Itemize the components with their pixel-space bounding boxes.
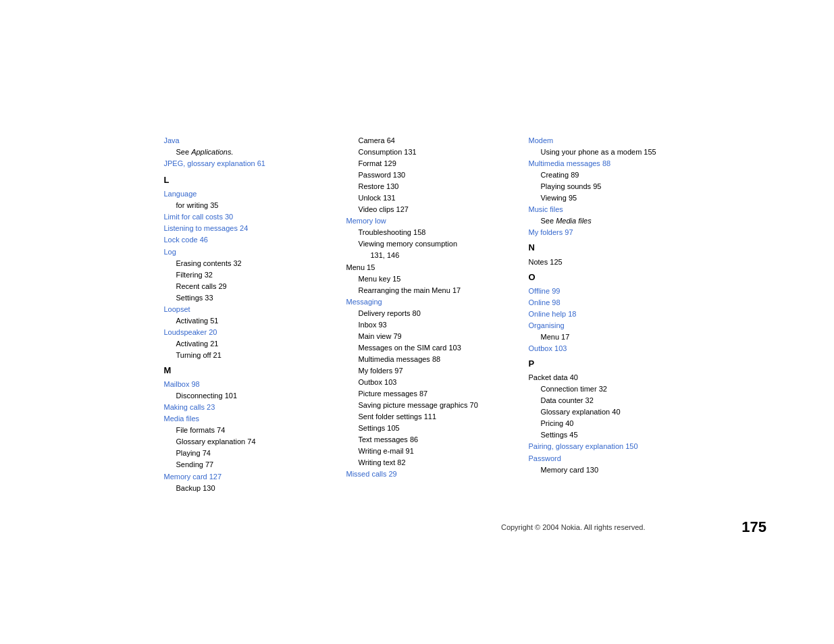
mailbox-link[interactable]: Mailbox 98 — [164, 379, 306, 390]
page-number: 175 — [741, 518, 766, 536]
media-files-sending: Sending 77 — [164, 459, 306, 471]
multimedia-creating: Creating 89 — [529, 169, 671, 181]
letter-m: M — [164, 364, 306, 377]
my-folders-link[interactable]: My folders 97 — [529, 227, 671, 238]
letter-l: L — [164, 173, 306, 187]
pairing-link[interactable]: Pairing, glossary explanation 150 — [529, 441, 671, 452]
messaging-link[interactable]: Messaging — [346, 296, 488, 308]
memory-video-clips: Video clips 127 — [346, 204, 488, 215]
music-files-see: See Media files — [529, 215, 671, 227]
online-link[interactable]: Online 98 — [529, 297, 671, 308]
memory-card-backup: Backup 130 — [164, 483, 306, 494]
copyright-text: Copyright © 2004 Nokia. All rights reser… — [405, 523, 741, 531]
letter-p: P — [529, 357, 671, 371]
footer: Copyright © 2004 Nokia. All rights reser… — [0, 518, 834, 536]
memory-low-troubleshooting: Troubleshooting 158 — [346, 227, 488, 238]
menu-plain: Menu 15 — [346, 262, 488, 273]
messaging-inbox: Inbox 93 — [346, 319, 488, 331]
column-middle: Camera 64 Consumption 131 Format 129 Pas… — [346, 135, 488, 480]
messaging-main-view: Main view 79 — [346, 331, 488, 342]
memory-low-page-numbers: 131, 146 — [346, 250, 488, 261]
offline-link[interactable]: Offline 99 — [529, 286, 671, 297]
jpeg-link[interactable]: JPEG, glossary explanation 61 — [164, 158, 306, 169]
missed-calls-link[interactable]: Missed calls 29 — [346, 468, 488, 480]
modem-using: Using your phone as a modem 155 — [529, 146, 671, 158]
messaging-text: Text messages 86 — [346, 434, 488, 446]
limit-call-costs-link[interactable]: Limit for call costs 30 — [164, 211, 306, 223]
messaging-picture: Picture messages 87 — [346, 388, 488, 400]
loopset-link[interactable]: Loopset — [164, 304, 306, 315]
music-files-link[interactable]: Music files — [529, 204, 671, 215]
letter-n: N — [529, 241, 671, 254]
messaging-sent-folder: Sent folder settings 111 — [346, 411, 488, 423]
messaging-outbox: Outbox 103 — [346, 377, 488, 388]
messaging-multimedia: Multimedia messages 88 — [346, 354, 488, 365]
log-erasing: Erasing contents 32 — [164, 258, 306, 269]
mailbox-disconnecting: Disconnecting 101 — [164, 390, 306, 402]
packet-data-counter: Data counter 32 — [529, 395, 671, 406]
media-files-playing: Playing 74 — [164, 448, 306, 459]
packet-data-connection-timer: Connection timer 32 — [529, 383, 671, 395]
memory-low-link[interactable]: Memory low — [346, 215, 488, 227]
messaging-sim-card: Messages on the SIM card 103 — [346, 342, 488, 354]
messaging-delivery-reports: Delivery reports 80 — [346, 308, 488, 319]
media-files-link[interactable]: Media files — [164, 413, 306, 425]
column-left: Java See Applications. JPEG, glossary ex… — [164, 135, 306, 494]
messaging-writing-email: Writing e-mail 91 — [346, 446, 488, 457]
multimedia-playing-sounds: Playing sounds 95 — [529, 181, 671, 192]
memory-consumption: Consumption 131 — [346, 146, 488, 158]
menu-key: Menu key 15 — [346, 273, 488, 285]
media-files-glossary: Glossary explanation 74 — [164, 436, 306, 448]
language-link[interactable]: Language — [164, 188, 306, 200]
memory-camera: Camera 64 — [346, 135, 488, 146]
password-memory-card: Memory card 130 — [529, 464, 671, 476]
java-link[interactable]: Java — [164, 135, 306, 146]
listening-messages-link[interactable]: Listening to messages 24 — [164, 223, 306, 234]
organising-link[interactable]: Organising — [529, 320, 671, 331]
log-recent-calls: Recent calls 29 — [164, 281, 306, 292]
media-files-formats: File formats 74 — [164, 425, 306, 436]
modem-link[interactable]: Modem — [529, 135, 671, 146]
column-right: Modem Using your phone as a modem 155 Mu… — [529, 135, 671, 476]
log-filtering: Filtering 32 — [164, 269, 306, 281]
memory-format: Format 129 — [346, 158, 488, 169]
loudspeaker-link[interactable]: Loudspeaker 20 — [164, 327, 306, 338]
page-container: Java See Applications. JPEG, glossary ex… — [0, 0, 834, 644]
loopset-activating: Activating 51 — [164, 315, 306, 327]
loudspeaker-activating: Activating 21 — [164, 338, 306, 350]
memory-low-viewing: Viewing memory consumption — [346, 238, 488, 250]
messaging-saving-picture: Saving picture message graphics 70 — [346, 400, 488, 411]
memory-card-link[interactable]: Memory card 127 — [164, 471, 306, 483]
packet-data-glossary: Glossary explanation 40 — [529, 406, 671, 418]
multimedia-viewing: Viewing 95 — [529, 192, 671, 204]
messaging-settings: Settings 105 — [346, 423, 488, 434]
organising-menu: Menu 17 — [529, 331, 671, 343]
memory-unlock: Unlock 131 — [346, 192, 488, 204]
packet-data-settings: Settings 45 — [529, 429, 671, 441]
letter-o: O — [529, 271, 671, 284]
java-sub: See Applications. — [164, 146, 306, 158]
password-link[interactable]: Password — [529, 453, 671, 464]
messaging-my-folders: My folders 97 — [346, 365, 488, 377]
memory-password: Password 130 — [346, 169, 488, 181]
loudspeaker-turning-off: Turning off 21 — [164, 350, 306, 361]
memory-restore: Restore 130 — [346, 181, 488, 192]
language-sub-writing: for writing 35 — [164, 200, 306, 211]
content-area: Java See Applications. JPEG, glossary ex… — [0, 0, 834, 494]
lock-code-link[interactable]: Lock code 46 — [164, 234, 306, 246]
making-calls-link[interactable]: Making calls 23 — [164, 402, 306, 413]
messaging-writing-text: Writing text 82 — [346, 457, 488, 468]
multimedia-messages-link[interactable]: Multimedia messages 88 — [529, 158, 671, 169]
packet-data-plain: Packet data 40 — [529, 372, 671, 383]
packet-data-pricing: Pricing 40 — [529, 418, 671, 429]
online-help-link[interactable]: Online help 18 — [529, 308, 671, 320]
log-link[interactable]: Log — [164, 246, 306, 258]
menu-rearranging: Rearranging the main Menu 17 — [346, 285, 488, 296]
notes-plain: Notes 125 — [529, 257, 671, 268]
outbox-link[interactable]: Outbox 103 — [529, 343, 671, 354]
log-settings: Settings 33 — [164, 292, 306, 304]
